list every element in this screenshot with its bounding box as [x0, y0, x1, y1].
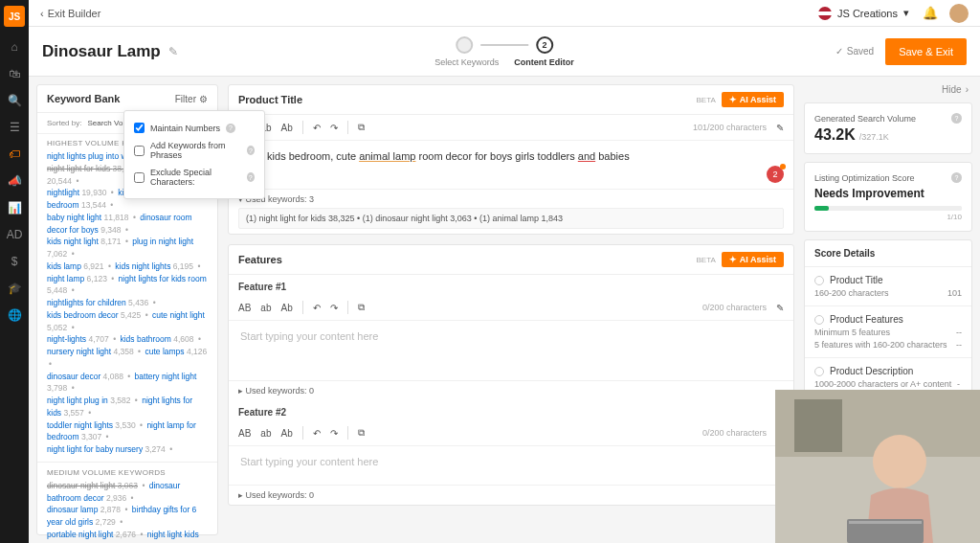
keyword-item[interactable]: kids night light 8,171	[47, 237, 122, 246]
keyword-item[interactable]: night light for baby nursery 3,274	[47, 444, 166, 454]
format-title[interactable]: Ab	[280, 303, 292, 313]
exit-builder-link[interactable]: ‹Exit Builder	[40, 8, 100, 19]
keyword-bank-title: Keyword Bank	[47, 93, 120, 104]
undo-icon[interactable]: ↶	[313, 303, 321, 313]
megaphone-icon[interactable]: 📣	[8, 174, 21, 188]
keyword-item[interactable]: nursery night light 4,358	[47, 347, 134, 356]
feature-2-editor[interactable]: Start typing your content here	[229, 446, 793, 485]
edit-icon[interactable]: ✎	[776, 303, 784, 313]
feature-1-editor[interactable]: Start typing your content here	[229, 321, 793, 380]
keyword-item[interactable]: night lamp 6,123	[47, 274, 107, 283]
undo-icon[interactable]: ↶	[313, 428, 321, 439]
format-lower[interactable]: ab	[260, 428, 271, 439]
chevron-right-icon: ›	[966, 84, 969, 95]
format-lower[interactable]: ab	[260, 303, 271, 313]
flag-icon	[818, 7, 832, 20]
status-circle-icon	[814, 315, 824, 325]
keyword-item[interactable]: dinosaur night light 3,063	[47, 481, 138, 490]
undo-icon[interactable]: ↶	[313, 123, 321, 133]
keyword-item[interactable]: dinosaur decor 4,088	[47, 372, 123, 381]
edu-icon[interactable]: 🎓	[8, 282, 21, 295]
filter-icon: ⚙	[199, 94, 208, 104]
save-exit-button[interactable]: Save & Exit	[885, 38, 967, 65]
keyword-item[interactable]: portable night light 2,676	[47, 530, 136, 539]
dollar-icon[interactable]: $	[8, 255, 21, 268]
optimization-score-card: Listing Optimization Score? Needs Improv…	[804, 162, 972, 232]
keyword-item[interactable]: night light plug in 3,582	[47, 396, 130, 405]
sparkle-icon: ✦	[729, 95, 737, 104]
step-1[interactable]	[456, 36, 473, 54]
keyword-item[interactable]: kids night lights 6,195	[115, 261, 193, 271]
keyword-item[interactable]: nightlights for children 5,436	[47, 298, 148, 307]
redo-icon[interactable]: ↷	[330, 123, 338, 133]
list-icon[interactable]: ☰	[8, 121, 21, 134]
status-circle-icon	[814, 276, 824, 285]
exclude-special-checkbox[interactable]	[134, 172, 145, 183]
ad-icon[interactable]: AD	[8, 228, 21, 241]
filter-menu: Maintain Numbers? Add Keywords from Phra…	[123, 110, 265, 199]
keyword-item[interactable]: night-lights 4,707	[47, 334, 109, 344]
keyword-item[interactable]: toddler night lights 3,530	[47, 420, 136, 430]
page-title: Dinosaur Lamp	[42, 42, 161, 61]
status-circle-icon	[814, 367, 824, 376]
copy-icon[interactable]: ⧉	[358, 302, 365, 313]
svg-rect-2	[794, 399, 842, 452]
copy-icon[interactable]: ⧉	[358, 122, 365, 133]
product-title-card: Product TitleBETA✦AI Assist AB ab Ab ↶ ↷…	[228, 84, 794, 235]
format-upper[interactable]: AB	[238, 428, 251, 439]
page-header: Dinosaur Lamp ✎ 2 Select KeywordsContent…	[29, 27, 980, 77]
keyword-item[interactable]: baby night light 11,818	[47, 213, 129, 222]
org-selector[interactable]: JS Creations▾	[818, 7, 909, 20]
used-keyword-chips: (1) night light for kids 38,325 • (1) di…	[238, 208, 784, 229]
tag-icon[interactable]: 🏷	[8, 147, 21, 161]
chevron-left-icon: ‹	[40, 8, 44, 19]
saved-indicator: ✓Saved	[835, 46, 874, 57]
keyword-item[interactable]: nightlight 19,930	[47, 188, 106, 197]
format-title[interactable]: Ab	[280, 123, 292, 133]
used-keywords-toggle[interactable]: ▸ Used keywords: 0	[238, 490, 784, 500]
step-2[interactable]: 2	[536, 36, 553, 54]
search-volume-card: Generated Search Volume? 43.2K/327.1K	[804, 102, 972, 154]
format-title[interactable]: Ab	[280, 428, 292, 439]
sparkle-icon: ✦	[729, 255, 737, 264]
globe-icon[interactable]: 🌐	[8, 308, 21, 322]
keyword-item[interactable]: kids bedroom decor 5,425	[47, 310, 141, 320]
home-icon[interactable]: ⌂	[8, 40, 21, 54]
redo-icon[interactable]: ↷	[330, 428, 338, 439]
keyword-item[interactable]: cute lamps 4,126	[145, 347, 207, 356]
score-details-card: Score Details Product Title 160-200 char…	[804, 239, 972, 408]
edit-icon[interactable]: ✎	[168, 45, 178, 58]
ai-assist-button[interactable]: ✦AI Assist	[722, 92, 784, 107]
chart-icon[interactable]: 📊	[8, 201, 21, 215]
ai-assist-button[interactable]: ✦AI Assist	[722, 252, 784, 267]
keyword-item[interactable]: dinosaur lamp 2,878	[47, 505, 121, 514]
hide-panel-button[interactable]: Hide›	[804, 84, 972, 95]
bag-icon[interactable]: 🛍	[8, 67, 21, 80]
filter-button[interactable]: Filter⚙	[175, 94, 208, 104]
keyword-item[interactable]: kids lamp 6,921	[47, 261, 104, 271]
help-icon[interactable]: ?	[951, 113, 962, 124]
help-icon[interactable]: ?	[226, 124, 235, 133]
format-upper[interactable]: AB	[238, 303, 251, 313]
side-nav: JS ⌂ 🛍 🔍 ☰ 🏷 📣 📊 AD $ 🎓 🌐	[0, 0, 29, 543]
used-keywords-toggle[interactable]: ▸ Used keywords: 0	[238, 386, 784, 396]
title-editor[interactable]: nt for kids bedroom, cute animal lamp ro…	[229, 141, 793, 189]
add-keywords-checkbox[interactable]	[134, 146, 145, 156]
bell-icon[interactable]: 🔔	[923, 6, 938, 20]
copy-icon[interactable]: ⧉	[358, 427, 365, 439]
help-icon[interactable]: ?	[247, 146, 255, 155]
error-badge[interactable]: 2	[767, 166, 784, 183]
used-keywords-toggle[interactable]: ▾ Used keywords: 3	[238, 194, 784, 204]
check-icon: ✓	[835, 46, 843, 57]
features-card: FeaturesBETA✦AI Assist Feature #1 ABabAb…	[228, 244, 794, 506]
help-icon[interactable]: ?	[951, 172, 962, 183]
redo-icon[interactable]: ↷	[330, 303, 338, 313]
help-icon[interactable]: ?	[247, 172, 255, 182]
logo-icon[interactable]: JS	[4, 6, 25, 27]
avatar[interactable]	[949, 4, 969, 23]
edit-icon[interactable]: ✎	[776, 123, 784, 133]
keyword-item[interactable]: kids bathroom 4,608	[120, 334, 193, 344]
maintain-numbers-checkbox[interactable]	[134, 123, 145, 133]
search-icon[interactable]: 🔍	[8, 94, 21, 107]
svg-rect-5	[849, 521, 922, 524]
